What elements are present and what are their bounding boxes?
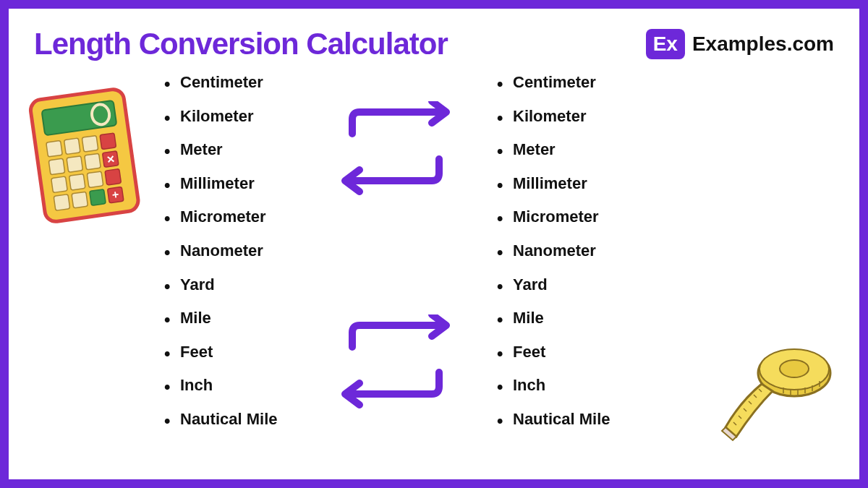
list-item: Kilometer (164, 106, 277, 127)
logo-text: Examples.com (692, 33, 834, 56)
svg-rect-9 (85, 153, 101, 170)
svg-rect-5 (82, 135, 98, 152)
units-list-right: Centimeter Kilometer Meter Millimeter Mi… (497, 72, 610, 443)
list-item: Yard (164, 275, 277, 296)
list-item: Feet (497, 342, 610, 363)
list-item: Kilometer (497, 106, 610, 127)
svg-rect-16 (54, 194, 70, 211)
swap-arrows-bottom (323, 314, 468, 426)
svg-rect-4 (64, 138, 80, 155)
svg-rect-7 (48, 158, 65, 175)
header: Length Conversion Calculator Ex Examples… (34, 27, 834, 61)
list-item: Micrometer (164, 207, 277, 228)
logo: Ex Examples.com (646, 29, 834, 59)
logo-badge: Ex (646, 29, 685, 59)
swap-icon (323, 101, 468, 210)
svg-rect-6 (100, 133, 116, 150)
content-area: ✕ + Centimeter Kilometer Meter Millimete… (34, 72, 834, 477)
list-item: Nautical Mile (164, 409, 277, 430)
list-item: Micrometer (497, 207, 610, 228)
svg-rect-17 (72, 192, 88, 208)
list-item: Nautical Mile (497, 409, 610, 430)
list-item: Yard (497, 275, 610, 296)
list-item: Centimeter (497, 72, 610, 93)
list-item: Mile (164, 308, 277, 329)
calculator-icon: ✕ + (21, 80, 148, 234)
svg-rect-15 (105, 169, 122, 186)
svg-rect-18 (90, 189, 106, 206)
list-item: Meter (497, 140, 610, 160)
svg-text:✕: ✕ (106, 153, 116, 166)
measuring-tape-icon (718, 344, 841, 448)
svg-rect-12 (51, 176, 68, 193)
main-container: Length Conversion Calculator Ex Examples… (9, 9, 859, 479)
list-item: Centimeter (164, 72, 277, 93)
units-list-left: Centimeter Kilometer Meter Millimeter Mi… (164, 72, 277, 443)
list-item: Feet (164, 342, 277, 363)
swap-icon (323, 314, 468, 423)
list-item: Nanometer (497, 241, 610, 262)
list-item: Millimeter (164, 174, 277, 194)
svg-rect-3 (46, 140, 63, 157)
svg-point-23 (780, 360, 809, 377)
svg-rect-8 (67, 156, 83, 173)
list-item: Inch (164, 375, 277, 396)
list-item: Nanometer (164, 241, 277, 262)
svg-rect-13 (69, 174, 85, 190)
swap-arrows-top (323, 101, 468, 213)
list-item: Meter (164, 140, 277, 160)
svg-rect-14 (87, 171, 103, 188)
page-title: Length Conversion Calculator (34, 27, 448, 61)
list-item: Millimeter (497, 174, 610, 194)
list-item: Inch (497, 375, 610, 396)
list-item: Mile (497, 308, 610, 329)
